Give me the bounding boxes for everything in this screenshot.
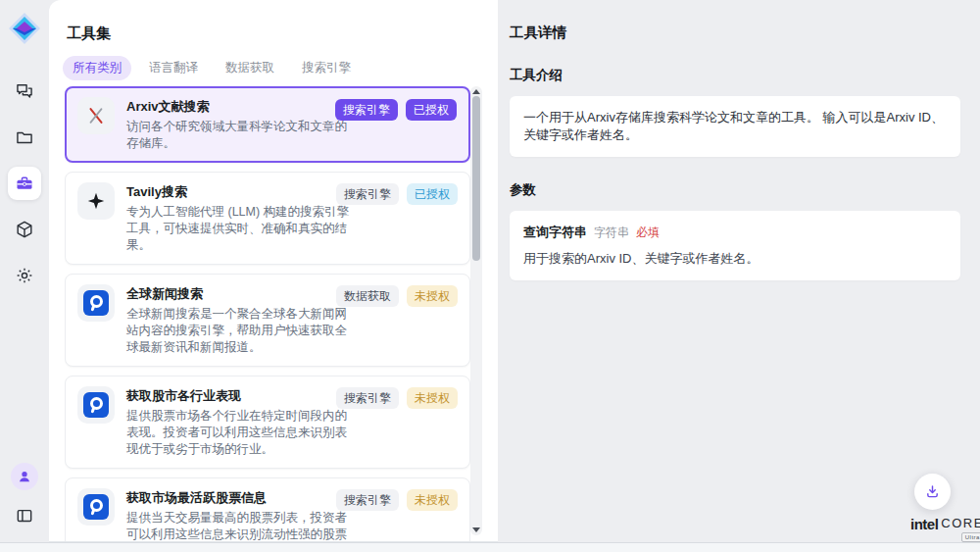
sidebar-item-files[interactable] [8, 121, 41, 154]
tool-name: Tavily搜索 [126, 183, 358, 201]
tool-category-badge: 数据获取 [336, 285, 399, 307]
blue-search-logo-icon [77, 386, 115, 424]
arxiv-logo-icon [77, 97, 115, 134]
tool-list-panel: 工具集 所有类别语言翻译数据获取搜索引擎 Arxiv文献搜索 访问各个研究领域大… [49, 0, 498, 542]
blue-search-logo-icon [77, 284, 115, 322]
chat-icon [15, 81, 34, 101]
page-title: 工具集 [67, 25, 498, 43]
tool-card-2[interactable]: 全球新闻搜索 全球新闻搜索是一个聚合全球各大新闻网站内容的搜索引擎，帮助用户快速… [65, 274, 470, 367]
tool-description: 专为人工智能代理 (LLM) 构建的搜索引擎工具，可快速提供实时、准确和真实的结… [126, 204, 358, 254]
toolbox-icon [15, 174, 34, 193]
sidebar-item-chat[interactable] [8, 75, 41, 108]
params-heading: 参数 [510, 181, 960, 199]
param-type: 字符串 [594, 225, 629, 241]
intel-core-ultra-logo: intel CORE Ultra [910, 517, 980, 542]
sidebar [0, 0, 49, 542]
panel-toggle-icon [15, 506, 34, 526]
sidebar-item-settings[interactable] [8, 259, 41, 292]
tool-card-0[interactable]: Arxiv文献搜索 访问各个研究领域大量科学论文和文章的存储库。 搜索引擎 已授… [65, 86, 470, 163]
scroll-down-arrow[interactable] [472, 527, 480, 532]
scrollbar[interactable] [470, 86, 482, 535]
gear-icon [15, 266, 34, 285]
panel-toggle-button[interactable] [8, 499, 41, 532]
download-icon [924, 483, 941, 500]
tab-0[interactable]: 所有类别 [63, 56, 131, 80]
tool-detail-panel: 工具详情 工具介绍 一个用于从Arxiv存储库搜索科学论文和文章的工具。 输入可… [498, 0, 980, 542]
tool-category-badge: 搜索引擎 [336, 387, 399, 409]
intro-heading: 工具介绍 [510, 67, 960, 84]
download-button[interactable] [914, 474, 951, 510]
tool-category-badge: 搜索引擎 [335, 99, 398, 121]
tool-description: 全球新闻搜索是一个聚合全球各大新闻网站内容的搜索引擎，帮助用户快速获取全球最新资… [126, 306, 358, 356]
param-box: 查询字符串 字符串 必填 用于搜索的Arxiv ID、关键字或作者姓名。 [510, 211, 960, 280]
user-avatar[interactable] [11, 463, 38, 490]
tool-list: Arxiv文献搜索 访问各个研究领域大量科学论文和文章的存储库。 搜索引擎 已授… [65, 86, 470, 541]
tool-name: 获取市场最活跃股票信息 [126, 489, 358, 507]
intro-box: 一个用于从Arxiv存储库搜索科学论文和文章的工具。 输入可以是Arxiv ID… [510, 96, 960, 157]
scrollbar-thumb[interactable] [472, 96, 480, 261]
detail-title: 工具详情 [510, 24, 960, 42]
tool-status-badge: 已授权 [406, 99, 457, 121]
tool-name: 获取股市各行业表现 [126, 387, 358, 405]
sidebar-item-models[interactable] [8, 213, 41, 246]
tool-description: 提供股票市场各个行业在特定时间段内的表现。投资者可以利用这些信息来识别表现优于或… [126, 408, 358, 458]
blue-search-logo-icon [77, 488, 115, 526]
tool-status-badge: 未授权 [407, 387, 458, 409]
param-name: 查询字符串 [523, 224, 587, 241]
param-description: 用于搜索的Arxiv ID、关键字或作者姓名。 [523, 250, 947, 268]
tool-card-3[interactable]: 获取股市各行业表现 提供股票市场各个行业在特定时间段内的表现。投资者可以利用这些… [65, 376, 470, 469]
tab-3[interactable]: 搜索引擎 [292, 56, 361, 80]
folder-icon [15, 127, 34, 147]
param-required-badge: 必填 [636, 225, 660, 241]
tavily-star-icon [77, 182, 115, 220]
category-tabs: 所有类别语言翻译数据获取搜索引擎 [63, 56, 498, 80]
tab-1[interactable]: 语言翻译 [139, 56, 208, 80]
intel-brand-text: intel [910, 517, 938, 531]
sidebar-item-tools[interactable] [8, 167, 41, 200]
tool-card-1[interactable]: Tavily搜索 专为人工智能代理 (LLM) 构建的搜索引擎工具，可快速提供实… [65, 172, 470, 265]
tool-description: 提供当天交易量最高的股票列表，投资者可以利用这些信息来识别流动性强的股票和潜在的… [126, 510, 358, 541]
tool-card-4[interactable]: 获取市场最活跃股票信息 提供当天交易量最高的股票列表，投资者可以利用这些信息来识… [65, 477, 470, 541]
window-bottom-edge [0, 542, 980, 552]
ultra-tier-badge: Ultra [961, 532, 980, 542]
scroll-up-arrow[interactable] [472, 89, 480, 94]
tool-status-badge: 未授权 [407, 285, 458, 307]
gem-logo-icon [8, 12, 41, 45]
tool-category-badge: 搜索引擎 [336, 183, 399, 205]
tool-description: 访问各个研究领域大量科学论文和文章的存储库。 [126, 119, 358, 152]
tool-status-badge: 未授权 [407, 489, 458, 511]
intro-text: 一个用于从Arxiv存储库搜索科学论文和文章的工具。 输入可以是Arxiv ID… [523, 109, 947, 144]
app-window: 工具集 所有类别语言翻译数据获取搜索引擎 Arxiv文献搜索 访问各个研究领域大… [0, 0, 980, 542]
core-series-text: CORE [941, 517, 980, 530]
tool-name: 全球新闻搜索 [126, 285, 358, 303]
tool-name: Arxiv文献搜索 [126, 98, 358, 116]
user-avatar-icon [17, 469, 32, 484]
tool-status-badge: 已授权 [407, 183, 458, 205]
tool-category-badge: 搜索引擎 [336, 489, 399, 511]
tab-2[interactable]: 数据获取 [216, 56, 284, 80]
cube-icon [15, 220, 34, 239]
